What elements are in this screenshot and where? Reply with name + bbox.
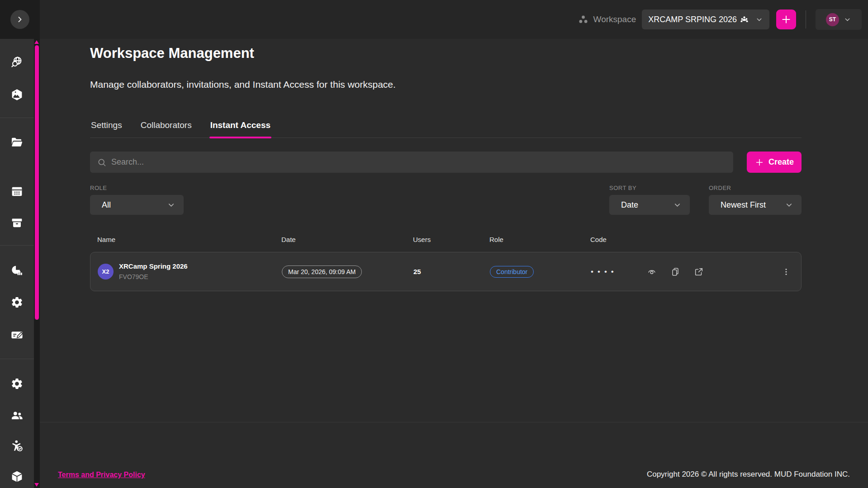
scene-cube-icon xyxy=(10,88,24,101)
sidebar-item-scenes[interactable] xyxy=(6,84,28,105)
chevron-down-icon xyxy=(785,201,793,209)
column-header-users: Users xyxy=(413,236,489,243)
chevron-down-icon xyxy=(844,16,851,24)
search-icon xyxy=(97,158,106,167)
sidebar xyxy=(0,39,34,488)
row-menu-button[interactable] xyxy=(779,265,793,279)
workspace-select-value: XRCAMP SRPING 2026 xyxy=(648,15,737,24)
app-window: Workspace XRCAMP SRPING 2026 ST xyxy=(0,0,868,488)
row-users-count: 25 xyxy=(413,268,490,275)
tab-settings[interactable]: Settings xyxy=(90,120,123,137)
add-workspace-button[interactable] xyxy=(776,9,796,29)
vertical-scrollbar xyxy=(34,39,40,488)
order-dropdown[interactable]: Newest First xyxy=(709,195,802,215)
eye-icon xyxy=(647,267,657,277)
chevron-down-icon xyxy=(673,201,682,209)
row-avatar: X2 xyxy=(98,264,114,280)
sort-by-dropdown[interactable]: Date xyxy=(609,195,690,215)
search-box xyxy=(90,152,733,173)
workspace-management-panel: Workspace Management Manage collaborator… xyxy=(40,39,868,291)
kebab-menu-icon xyxy=(781,267,791,277)
page-subtitle: Manage collaborators, invitations, and I… xyxy=(90,78,802,91)
folder-icon xyxy=(10,136,24,149)
gear-icon xyxy=(10,296,24,309)
expand-sidebar-button[interactable] xyxy=(10,10,29,29)
avatar: ST xyxy=(826,13,839,26)
copy-icon xyxy=(670,267,680,277)
sidebar-item-members[interactable] xyxy=(6,404,28,426)
tab-bar: Settings Collaborators Instant Access xyxy=(90,120,802,138)
person-check-icon xyxy=(10,439,24,452)
account-menu[interactable]: ST xyxy=(816,9,862,30)
sort-by-filter: SORT BY Date xyxy=(609,185,690,215)
create-button-label: Create xyxy=(768,157,794,167)
sidebar-item-discover[interactable] xyxy=(6,51,28,73)
sidebar-item-events[interactable] xyxy=(6,435,28,456)
card-edit-icon xyxy=(10,328,24,341)
shell: Workspace Management Manage collaborator… xyxy=(0,39,868,488)
gear-icon xyxy=(10,377,24,390)
calendar-icon xyxy=(10,185,24,198)
role-badge: Contributor xyxy=(490,266,534,278)
column-header-role: Role xyxy=(489,236,590,243)
sidebar-item-projects[interactable] xyxy=(6,131,28,153)
sidebar-item-archive[interactable] xyxy=(6,212,28,233)
plus-icon xyxy=(754,157,764,167)
date-chip: Mar 20, 2026, 09:09 AM xyxy=(282,265,362,278)
row-date-cell: Mar 20, 2026, 09:09 AM xyxy=(282,265,413,278)
main-content: Workspace Management Manage collaborator… xyxy=(40,39,868,488)
tab-collaborators[interactable]: Collaborators xyxy=(140,120,193,137)
table-header-row: Name Date Users Role Code xyxy=(90,236,802,243)
order-label: ORDER xyxy=(709,185,802,191)
chevron-down-icon xyxy=(167,201,175,209)
order-value: Newest First xyxy=(721,200,766,210)
plus-icon xyxy=(780,14,792,25)
tab-instant-access[interactable]: Instant Access xyxy=(209,120,271,137)
reveal-code-button[interactable] xyxy=(645,265,659,279)
row-role-cell: Contributor xyxy=(490,266,591,278)
sidebar-item-admin-settings[interactable] xyxy=(6,373,28,394)
role-filter-label: ROLE xyxy=(90,185,184,191)
sidebar-item-settings[interactable] xyxy=(6,291,28,313)
terms-privacy-link[interactable]: Terms and Privacy Policy xyxy=(58,471,145,479)
table-row[interactable]: X2 XRCamp Spring 2026 FVO79OE Mar 20, 20… xyxy=(90,252,802,291)
sort-by-value: Date xyxy=(621,200,638,210)
copy-code-button[interactable] xyxy=(669,265,682,279)
row-actions xyxy=(645,265,801,279)
page-title: Workspace Management xyxy=(90,43,802,64)
globe-search-icon xyxy=(10,56,24,69)
scrollbar-thumb[interactable] xyxy=(35,45,39,320)
row-name: XRCamp Spring 2026 xyxy=(119,262,188,271)
masked-code: •••• xyxy=(591,267,645,276)
scrollbar-down-arrow[interactable] xyxy=(34,483,39,487)
analytics-pie-icon xyxy=(10,264,24,277)
role-filter: ROLE All xyxy=(90,185,184,215)
external-link-icon xyxy=(694,267,704,277)
workspace-select[interactable]: XRCAMP SRPING 2026 xyxy=(642,9,769,29)
role-filter-value: All xyxy=(102,200,111,210)
scrollbar-up-arrow[interactable] xyxy=(34,40,39,44)
top-bar: Workspace XRCAMP SRPING 2026 ST xyxy=(0,0,868,39)
footer: Terms and Privacy Policy Copyright 2026 … xyxy=(40,422,868,488)
role-filter-dropdown[interactable]: All xyxy=(90,195,184,215)
top-bar-divider xyxy=(806,10,806,28)
sidebar-item-calendar[interactable] xyxy=(6,180,28,202)
search-input[interactable] xyxy=(111,157,726,167)
sidebar-item-notes[interactable] xyxy=(6,324,28,346)
people-group-icon xyxy=(740,15,749,24)
open-link-button[interactable] xyxy=(692,265,706,279)
column-header-code: Code xyxy=(590,236,645,243)
sidebar-divider xyxy=(0,245,34,246)
filters-row: ROLE All SORT BY Date xyxy=(90,185,802,215)
sidebar-divider xyxy=(0,118,34,118)
workspace-dots-icon xyxy=(577,14,589,26)
row-code-id: FVO79OE xyxy=(119,272,188,281)
create-button[interactable]: Create xyxy=(747,152,802,173)
sidebar-item-analytics[interactable] xyxy=(6,260,28,281)
order-filter: ORDER Newest First xyxy=(709,185,802,215)
sidebar-item-packages[interactable] xyxy=(6,465,28,487)
toolbar: Create xyxy=(90,152,802,173)
column-header-date: Date xyxy=(281,236,413,243)
archive-box-icon xyxy=(10,216,24,229)
people-icon xyxy=(10,409,24,422)
